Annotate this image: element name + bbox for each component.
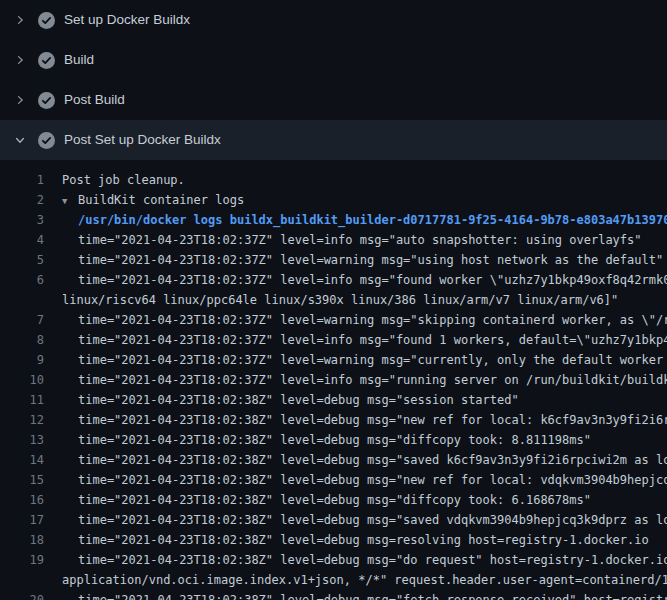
log-text: time="2021-04-23T18:02:38Z" level=debug …	[44, 550, 667, 570]
log-line: 4 time="2021-04-23T18:02:37Z" level=info…	[0, 230, 667, 250]
log-line: application/vnd.oci.image.index.v1+json,…	[0, 570, 667, 590]
log-text: linux/riscv64 linux/ppc64le linux/s390x …	[44, 290, 618, 310]
log-text: time="2021-04-23T18:02:37Z" level=info m…	[44, 270, 667, 290]
step-row[interactable]: Post Set up Docker Buildx	[0, 120, 667, 160]
step-row[interactable]: Post Build	[0, 80, 667, 120]
log-text: /usr/bin/docker logs buildx_buildkit_bui…	[44, 210, 667, 230]
log-text: time="2021-04-23T18:02:38Z" level=debug …	[44, 590, 667, 600]
line-number[interactable]	[0, 290, 44, 310]
check-circle-icon	[38, 12, 55, 29]
actions-log-panel: Set up Docker Buildx Build	[0, 0, 667, 600]
chevron-right-icon[interactable]	[14, 14, 31, 26]
step-row[interactable]: Build	[0, 40, 667, 80]
log-text: time="2021-04-23T18:02:38Z" level=debug …	[44, 410, 667, 430]
log-text: time="2021-04-23T18:02:38Z" level=debug …	[44, 490, 591, 510]
log-line: linux/riscv64 linux/ppc64le linux/s390x …	[0, 290, 667, 310]
log-line: 17 time="2021-04-23T18:02:38Z" level=deb…	[0, 510, 667, 530]
line-number[interactable]: 5	[0, 250, 44, 270]
log-text: time="2021-04-23T18:02:38Z" level=debug …	[44, 510, 667, 530]
log-line: 8 time="2021-04-23T18:02:37Z" level=info…	[0, 330, 667, 350]
step-title: Build	[64, 50, 94, 70]
log-text: ▼BuildKit container logs	[44, 190, 244, 210]
line-number[interactable]: 20	[0, 590, 44, 600]
log-line: 2 ▼BuildKit container logs	[0, 190, 667, 210]
log-text: time="2021-04-23T18:02:38Z" level=debug …	[44, 530, 649, 550]
log-line: 20 time="2021-04-23T18:02:38Z" level=deb…	[0, 590, 667, 600]
line-number[interactable]: 14	[0, 450, 44, 470]
log-line: 1 Post job cleanup.	[0, 170, 667, 190]
log-line: 15 time="2021-04-23T18:02:38Z" level=deb…	[0, 470, 667, 490]
log-text: time="2021-04-23T18:02:37Z" level=info m…	[44, 330, 667, 350]
line-number[interactable]: 19	[0, 550, 44, 570]
log-text: Post job cleanup.	[44, 170, 185, 190]
step-title: Post Build	[64, 90, 125, 110]
line-number[interactable]: 11	[0, 390, 44, 410]
line-number[interactable]: 9	[0, 350, 44, 370]
log-text: time="2021-04-23T18:02:37Z" level=info m…	[44, 370, 667, 390]
log-line: 11 time="2021-04-23T18:02:38Z" level=deb…	[0, 390, 667, 410]
log-viewer: 1 Post job cleanup. 2 ▼BuildKit containe…	[0, 160, 667, 600]
log-line: 13 time="2021-04-23T18:02:38Z" level=deb…	[0, 430, 667, 450]
log-text: time="2021-04-23T18:02:37Z" level=warnin…	[44, 310, 667, 330]
log-line: 5 time="2021-04-23T18:02:37Z" level=warn…	[0, 250, 667, 270]
line-number[interactable]: 7	[0, 310, 44, 330]
line-number[interactable]: 12	[0, 410, 44, 430]
log-text: time="2021-04-23T18:02:38Z" level=debug …	[44, 450, 667, 470]
log-line: 16 time="2021-04-23T18:02:38Z" level=deb…	[0, 490, 667, 510]
log-text: time="2021-04-23T18:02:38Z" level=debug …	[44, 390, 519, 410]
line-number[interactable]: 13	[0, 430, 44, 450]
step-title: Post Set up Docker Buildx	[64, 130, 221, 150]
line-number[interactable]: 3	[0, 210, 44, 230]
step-row[interactable]: Set up Docker Buildx	[0, 0, 667, 40]
line-number[interactable]: 6	[0, 270, 44, 290]
log-text: time="2021-04-23T18:02:37Z" level=info m…	[44, 230, 642, 250]
group-collapse-triangle-icon[interactable]: ▼	[62, 191, 78, 211]
steps-list: Set up Docker Buildx Build	[0, 0, 667, 160]
log-text: time="2021-04-23T18:02:38Z" level=debug …	[44, 430, 591, 450]
chevron-right-icon[interactable]	[14, 54, 31, 66]
line-number[interactable]: 4	[0, 230, 44, 250]
log-line: 9 time="2021-04-23T18:02:37Z" level=warn…	[0, 350, 667, 370]
log-line: 14 time="2021-04-23T18:02:38Z" level=deb…	[0, 450, 667, 470]
log-text: application/vnd.oci.image.index.v1+json,…	[44, 570, 667, 590]
log-line: 6 time="2021-04-23T18:02:37Z" level=info…	[0, 270, 667, 290]
log-line: 12 time="2021-04-23T18:02:38Z" level=deb…	[0, 410, 667, 430]
line-number[interactable]	[0, 570, 44, 590]
check-circle-icon	[38, 52, 55, 69]
log-text: time="2021-04-23T18:02:38Z" level=debug …	[44, 470, 667, 490]
line-number[interactable]: 15	[0, 470, 44, 490]
log-text: time="2021-04-23T18:02:37Z" level=warnin…	[44, 250, 663, 270]
log-line: 7 time="2021-04-23T18:02:37Z" level=warn…	[0, 310, 667, 330]
chevron-down-icon[interactable]	[14, 134, 31, 146]
log-line: 3 /usr/bin/docker logs buildx_buildkit_b…	[0, 210, 667, 230]
line-number[interactable]: 2	[0, 190, 44, 210]
log-line: 18 time="2021-04-23T18:02:38Z" level=deb…	[0, 530, 667, 550]
check-circle-icon	[38, 92, 55, 109]
line-number[interactable]: 17	[0, 510, 44, 530]
line-number[interactable]: 18	[0, 530, 44, 550]
log-group-title[interactable]: BuildKit container logs	[78, 193, 244, 207]
check-circle-icon	[38, 132, 55, 149]
log-line: 10 time="2021-04-23T18:02:37Z" level=inf…	[0, 370, 667, 390]
step-title: Set up Docker Buildx	[64, 10, 190, 30]
line-number[interactable]: 1	[0, 170, 44, 190]
line-number[interactable]: 8	[0, 330, 44, 350]
line-number[interactable]: 10	[0, 370, 44, 390]
log-text: time="2021-04-23T18:02:37Z" level=warnin…	[44, 350, 667, 370]
chevron-right-icon[interactable]	[14, 94, 31, 106]
log-line: 19 time="2021-04-23T18:02:38Z" level=deb…	[0, 550, 667, 570]
line-number[interactable]: 16	[0, 490, 44, 510]
